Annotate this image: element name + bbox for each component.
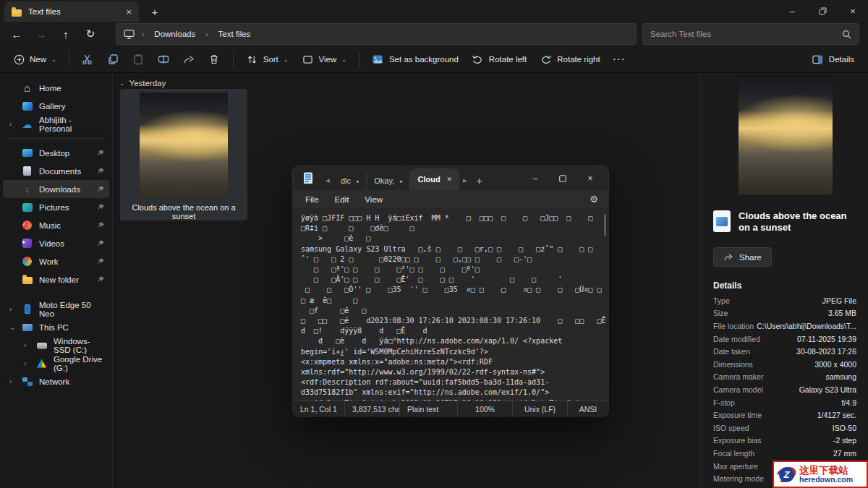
notepad-new-tab-button[interactable]: + (471, 171, 488, 190)
sidebar-item-music[interactable]: ♪Music (3, 216, 109, 234)
notepad-window[interactable]: ◀ dlc● Okay,● Cloud× ▶ + – × File Edit V… (293, 166, 608, 416)
view-label: View (319, 55, 337, 64)
menu-view[interactable]: View (358, 193, 389, 206)
breadcrumb-separator-icon: › (139, 30, 147, 38)
view-button[interactable]: View ⌄ (295, 49, 353, 70)
set-as-background-button[interactable]: Set as background (365, 49, 465, 70)
set-as-background-label: Set as background (389, 55, 459, 64)
tab-close-icon[interactable]: × (126, 7, 132, 17)
explorer-tab[interactable]: Text files × (4, 1, 139, 22)
jpeg-file-icon (713, 210, 731, 232)
group-header-yesterday[interactable]: ⌄ Yesterday (119, 79, 166, 87)
tab-label: Okay, (374, 176, 394, 185)
paste-icon (132, 53, 145, 66)
sidebar-item-label: Work (39, 257, 59, 266)
share-button[interactable]: Share (713, 247, 772, 267)
chevron-right-icon[interactable]: › (9, 305, 12, 313)
sidebar-item-pictures[interactable]: Pictures (3, 198, 109, 216)
notepad-text-line: xmlns:rdf="http://www.w3.org/1999/02/22-… (301, 367, 605, 377)
notepad-text-line: □f □ê □ (301, 306, 605, 316)
notepad-text-area[interactable]: ÿøÿà □JFIF □□□ H H ÿá□iExif MM * □ □□□ □… (293, 208, 608, 401)
watermark-site-url: heredown.com (799, 476, 853, 484)
minimize-button[interactable]: – (777, 0, 807, 22)
file-tile-selected[interactable]: Clouds above the ocean on a sunset (120, 89, 247, 221)
rotate-left-button[interactable]: Rotate left (465, 49, 533, 70)
settings-gear-icon[interactable]: ⚙ (590, 194, 603, 205)
sidebar-item-label: Documents (39, 167, 81, 176)
sidebar-item-label: New folder (39, 275, 79, 284)
status-zoom-level[interactable]: 100% (458, 401, 513, 416)
this-pc-icon (22, 324, 33, 331)
pictures-icon (22, 203, 33, 212)
notepad-text-line: d □è d ÿá□°http://ns.adobe.com/xap/1.0/ … (301, 336, 605, 346)
search-icon (842, 30, 851, 39)
notepad-tab-okay[interactable]: Okay,● (367, 171, 410, 190)
up-button[interactable]: ↑ (54, 24, 78, 44)
see-more-button[interactable]: ··· (607, 51, 633, 68)
network-icon (22, 377, 33, 386)
forward-button[interactable]: → (29, 24, 54, 44)
sidebar-item-documents[interactable]: Documents (3, 162, 109, 180)
chevron-right-icon[interactable]: › (24, 341, 26, 349)
notepad-tab-dlc[interactable]: dlc● (333, 171, 367, 190)
rotate-right-button[interactable]: Rotate right (533, 49, 606, 70)
copy-icon (107, 53, 119, 66)
close-button[interactable]: × (838, 0, 868, 22)
desktop-icon (22, 149, 33, 157)
restore-button[interactable] (807, 0, 838, 22)
copy-button[interactable] (101, 49, 126, 70)
rotate-left-label: Rotate left (489, 55, 527, 64)
delete-button[interactable] (202, 49, 227, 70)
notepad-text-line: ÿøÿà □JFIF □□□ H H ÿá□iExif MM * □ □□□ □… (301, 213, 605, 223)
sidebar-item-work[interactable]: Work (3, 252, 109, 270)
notepad-tab-cloud[interactable]: Cloud× (410, 168, 459, 190)
sidebar-item-videos[interactable]: ▸Videos (3, 234, 109, 252)
tab-scroll-left-icon[interactable]: ◀ (322, 171, 333, 190)
menu-file[interactable]: File (299, 193, 326, 206)
status-format: Plain text (400, 401, 458, 416)
rename-button[interactable] (151, 49, 176, 70)
search-input[interactable] (650, 30, 842, 38)
minimize-button[interactable]: – (522, 168, 549, 189)
sidebar-item-windows-ssd[interactable]: ›Windows-SSD (C:) (3, 336, 109, 354)
refresh-button[interactable]: ↻ (78, 24, 103, 44)
folder-icon (22, 277, 33, 284)
sidebar-item-gallery[interactable]: Gallery (3, 97, 109, 115)
chevron-right-icon[interactable]: › (9, 377, 12, 385)
breadcrumb-item-downloads[interactable]: Downloads (151, 28, 198, 40)
chevron-right-icon[interactable]: › (9, 120, 12, 128)
sort-button[interactable]: Sort ⌄ (239, 49, 295, 70)
sidebar-item-google-drive[interactable]: ›Google Drive (G:) (3, 354, 109, 372)
cut-button[interactable] (75, 49, 101, 70)
sidebar-item-home[interactable]: ⌂Home (3, 79, 109, 97)
menu-edit[interactable]: Edit (328, 193, 356, 206)
details-row: Dimensions3000 x 4000 (713, 358, 856, 371)
new-tab-button[interactable]: + (146, 3, 163, 20)
sidebar-item-network[interactable]: ›Network (3, 372, 109, 390)
sidebar-item-downloads[interactable]: ↓Downloads (3, 180, 109, 198)
paste-button[interactable] (126, 49, 151, 70)
sidebar-item-new-folder[interactable]: New folder (3, 270, 109, 288)
back-button[interactable]: ← (4, 24, 29, 44)
sidebar-item-desktop[interactable]: Desktop (3, 144, 109, 162)
breadcrumb-item-text-files[interactable]: Text files (216, 28, 254, 40)
details-pane-toggle[interactable]: Details (805, 49, 861, 70)
sidebar-item-this-pc[interactable]: ⌄This PC (3, 318, 109, 336)
sidebar-item-onedrive[interactable]: ›☁Abhijith - Personal (3, 115, 109, 133)
breadcrumb[interactable]: › Downloads › Text files (116, 23, 637, 45)
sidebar-item-moto-edge[interactable]: ›Moto Edge 50 Neo (3, 300, 109, 318)
search-box[interactable] (642, 23, 859, 45)
chevron-right-icon[interactable]: › (24, 359, 26, 367)
notepad-scrollbar[interactable] (604, 214, 606, 236)
status-char-count: 3,837,513 chara (345, 401, 400, 416)
share-button[interactable] (176, 49, 202, 70)
close-button[interactable]: × (576, 168, 604, 189)
details-row: Camera modelGalaxy S23 Ultra (713, 383, 856, 396)
tab-scroll-right-icon[interactable]: ▶ (459, 171, 471, 190)
notepad-text-line: □ æ ê□ □ (301, 296, 605, 306)
tab-close-icon[interactable]: × (447, 174, 452, 184)
new-button[interactable]: New ⌄ (7, 50, 63, 69)
view-icon (302, 53, 314, 66)
maximize-button[interactable] (549, 168, 576, 189)
chevron-down-icon[interactable]: ⌄ (9, 323, 15, 331)
